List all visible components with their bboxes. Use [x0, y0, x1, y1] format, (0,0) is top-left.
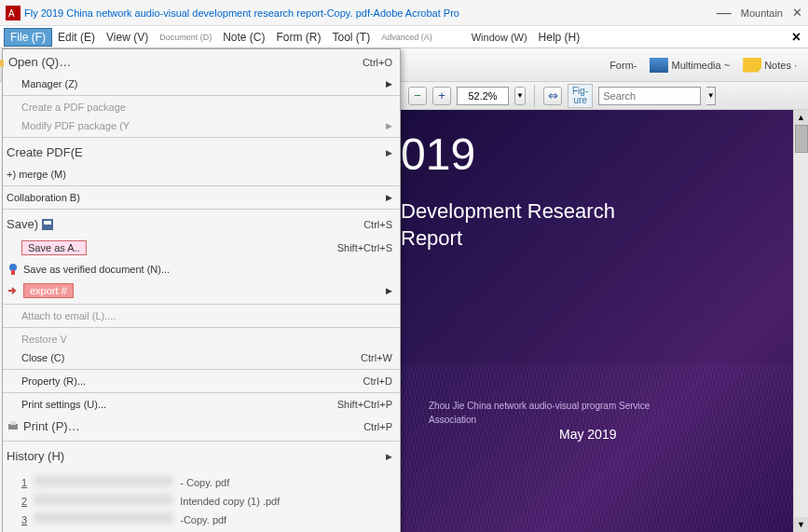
- menu-print-settings[interactable]: Print settings (U)...Shift+Ctrl+P: [3, 395, 400, 414]
- menu-help[interactable]: Help (H): [533, 29, 586, 46]
- minimize-button[interactable]: —: [717, 5, 732, 21]
- svg-rect-9: [10, 421, 16, 425]
- menu-property[interactable]: Property (R)...Ctrl+D: [3, 372, 400, 390]
- menu-modify-package[interactable]: Modify PDF package (Y▶: [3, 116, 400, 135]
- doc-date: May 2019: [559, 427, 616, 442]
- menu-advanced[interactable]: Advanced (A): [376, 31, 438, 44]
- fit-width-button[interactable]: ⇔: [543, 87, 562, 105]
- zoom-input[interactable]: [457, 87, 509, 105]
- figure-button[interactable]: Fig- ure: [568, 84, 593, 108]
- menu-edit[interactable]: Edit (E): [52, 29, 101, 46]
- doc-year: 019: [401, 110, 793, 180]
- svg-text:A: A: [8, 8, 15, 19]
- menu-manager[interactable]: Manager (Z)▶: [3, 75, 400, 93]
- svg-rect-2: [0, 60, 4, 67]
- app-icon: A: [6, 6, 21, 20]
- print-icon: [7, 420, 20, 433]
- search-input[interactable]: [598, 87, 701, 105]
- menu-form[interactable]: Form (R): [271, 29, 327, 46]
- menu-save-verified[interactable]: Save as verified document (N)...: [3, 259, 400, 280]
- menu-save[interactable]: Save) Ctrl+S: [3, 211, 400, 237]
- vertical-scrollbar[interactable]: ▲ ▼: [793, 110, 808, 532]
- close-button[interactable]: ✕: [792, 6, 802, 20]
- menu-print[interactable]: Print (P)…Ctrl+P: [3, 414, 400, 439]
- menu-create-pdf[interactable]: Create PDF(E▶: [3, 140, 400, 165]
- zoom-in-button[interactable]: +: [432, 87, 451, 105]
- menu-history[interactable]: History (H)▶: [3, 443, 400, 469]
- history-item-1[interactable]: 1 - Copy. pdf: [21, 472, 392, 491]
- menu-view[interactable]: View (V): [101, 29, 154, 46]
- menu-create-package[interactable]: Create a PDF package: [3, 98, 400, 116]
- menu-document[interactable]: Document (D): [154, 31, 217, 44]
- menu-tool[interactable]: Tool (T): [327, 29, 377, 46]
- menu-collaboration[interactable]: Collaboration B)▶: [3, 188, 400, 207]
- notes-icon: [743, 58, 761, 73]
- menu-window[interactable]: Window (W): [466, 30, 533, 45]
- menu-save-as[interactable]: Save as A..Shift+Ctrl+S: [3, 237, 400, 259]
- history-list: 1 - Copy. pdf 2 Intended copy (1) .pdf 3…: [3, 469, 400, 532]
- zoom-out-button[interactable]: −: [408, 87, 427, 105]
- menu-attach-email[interactable]: Attach to email (L)....: [3, 307, 400, 325]
- menu-note[interactable]: Note (C): [217, 29, 270, 46]
- menu-file[interactable]: File (F): [4, 28, 52, 47]
- close-document-button[interactable]: ×: [788, 29, 804, 46]
- save-icon: [42, 219, 53, 230]
- separator: [534, 85, 535, 107]
- menu-merge[interactable]: +) merge (M): [3, 165, 400, 184]
- zoom-dropdown[interactable]: ▼: [514, 87, 526, 105]
- multimedia-icon: [650, 58, 668, 73]
- toolbar-notes[interactable]: Notes ·: [739, 56, 801, 75]
- scroll-up-button[interactable]: ▲: [794, 110, 808, 125]
- window-title: Fly 2019 China network audio-visual deve…: [24, 7, 717, 19]
- scroll-down-button[interactable]: ▼: [794, 517, 808, 532]
- menu-open[interactable]: Open (Q)…Ctrl+O: [3, 49, 400, 75]
- verified-icon: [7, 263, 20, 276]
- menu-export[interactable]: export #▶: [3, 280, 400, 302]
- toolbar-multimedia[interactable]: Multimedia ~: [646, 56, 733, 75]
- document-view[interactable]: 019 Development Research Report Zhou Jie…: [401, 110, 793, 532]
- file-menu-dropdown: Open (Q)…Ctrl+O Manager (Z)▶ Create a PD…: [2, 48, 401, 532]
- menu-close[interactable]: Close (C)Ctrl+W: [3, 348, 400, 367]
- folder-icon: [0, 56, 5, 69]
- doc-subtitle: Development Research Report: [401, 180, 793, 252]
- svg-point-6: [9, 264, 17, 271]
- export-icon: [7, 284, 20, 297]
- titlebar-right-text: Mountain: [741, 7, 783, 19]
- svg-rect-7: [11, 270, 15, 275]
- history-item-2[interactable]: 2 Intended copy (1) .pdf: [21, 491, 392, 510]
- doc-source: Zhou Jie China network audio-visual prog…: [429, 399, 650, 427]
- menu-restore[interactable]: Restore V: [3, 330, 400, 348]
- toolbar-form[interactable]: Form-: [606, 58, 640, 73]
- search-dropdown[interactable]: ▼: [706, 87, 716, 105]
- scroll-thumb[interactable]: [795, 125, 808, 153]
- svg-rect-5: [44, 221, 51, 225]
- history-item-3[interactable]: 3 -Copy. pdf: [21, 510, 392, 528]
